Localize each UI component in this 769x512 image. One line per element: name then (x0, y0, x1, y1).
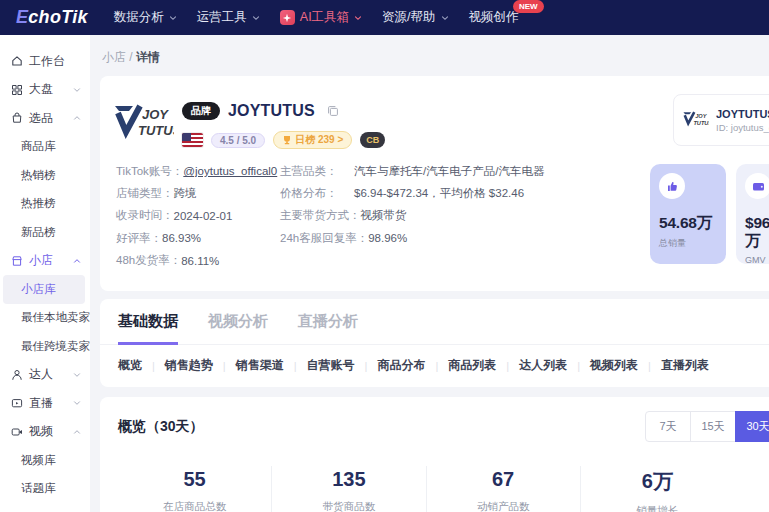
tiktok-account-link[interactable]: @joytutus_offical0 (183, 165, 277, 177)
subnav-sales-channel[interactable]: 销售渠道 (236, 357, 284, 374)
bag-icon (11, 112, 23, 124)
chevron-down-icon (169, 14, 177, 22)
field-label: 价格分布： (280, 186, 354, 201)
field-indexed-date: 收录时间： 2024-02-01 (116, 205, 280, 227)
subnav-product-list[interactable]: 商品列表 (448, 357, 496, 374)
logo-rest: choTik (28, 7, 87, 27)
field-value: 98.96% (368, 232, 407, 244)
sub-navigation: 概览| 销售趋势| 销售渠道| 自营账号| 商品分布| 商品列表| 达人列表| … (100, 345, 769, 387)
field-label: 店铺类型： (116, 186, 174, 201)
daily-rank-badge[interactable]: 日榜 239 > (273, 131, 352, 149)
field-shop-type: 店铺类型： 跨境 (116, 182, 280, 204)
nav-operation-tools[interactable]: 运营工具 (197, 9, 260, 26)
range-7d-button[interactable]: 7天 (645, 411, 691, 442)
svg-text:TUTUS: TUTUS (693, 120, 709, 126)
nav-video-creation[interactable]: 视频创作 NEW (469, 9, 519, 26)
chevron-up-icon (73, 257, 81, 265)
sidebar-label: 小店 (29, 252, 53, 269)
subnav-overview[interactable]: 概览 (118, 357, 142, 374)
copy-icon[interactable] (327, 105, 339, 117)
person-icon (11, 369, 23, 381)
field-value: 2024-02-01 (174, 210, 233, 222)
field-main-category: 主营品类： 汽车与摩托车/汽车电子产品/汽车电器 (280, 160, 640, 182)
sidebar-item-best-crossborder-sellers[interactable]: 最佳跨境卖家 (3, 332, 85, 361)
sidebar-item-workbench[interactable]: 工作台 (0, 47, 90, 76)
sidebar-label: 视频 (29, 423, 53, 440)
field-value: $6.94-$472.34，平均价格 $32.46 (354, 186, 524, 201)
sidebar-item-shop[interactable]: 小店 (0, 247, 90, 276)
tab-basic-data[interactable]: 基础数据 (118, 312, 178, 345)
sidebar: 工作台 大盘 选品 商品库 热销榜 热推榜 新品榜 小店 小店库 最佳本地卖家 … (0, 35, 90, 512)
stat-active-products: 67 动销产品数 (427, 466, 581, 512)
echotik-logo[interactable]: EchoTik (16, 7, 88, 28)
subnav-creator-list[interactable]: 达人列表 (519, 357, 567, 374)
trophy-icon (282, 135, 292, 145)
ai-sparkle-icon (280, 10, 295, 25)
sidebar-item-hot-sale-rank[interactable]: 热销榜 (3, 161, 85, 190)
nav-resources-help[interactable]: 资源/帮助 (382, 9, 448, 26)
top-navbar: EchoTik 数据分析 运营工具 AI工具箱 资源/帮助 视频创作 NEW (0, 0, 769, 35)
gmv-card: $962.万 GMV (736, 164, 769, 264)
sidebar-item-shop-library[interactable]: 小店库 (3, 275, 85, 304)
sidebar-item-hot-promo-rank[interactable]: 热推榜 (3, 190, 85, 219)
field-value: 86.93% (162, 232, 201, 244)
sidebar-item-video[interactable]: 视频 (0, 418, 90, 447)
gmv-value: $962.万 (745, 214, 769, 250)
nav-data-analysis[interactable]: 数据分析 (114, 9, 177, 26)
tab-live-analysis[interactable]: 直播分析 (298, 312, 358, 345)
sidebar-item-dashboard[interactable]: 大盘 (0, 76, 90, 105)
field-24h-reply-rate: 24h客服回复率： 98.96% (280, 227, 640, 249)
chevron-down-icon (73, 371, 81, 379)
chevron-down-icon (73, 399, 81, 407)
sidebar-item-topic-library[interactable]: 话题库 (3, 475, 85, 504)
shop-mini-card[interactable]: JOY TUTUS JOYTUTUS ID: joytutus_offi (673, 94, 769, 146)
field-label: 好评率： (116, 231, 162, 246)
daily-rank-label: 日榜 239 > (295, 133, 343, 147)
subnav-video-list[interactable]: 视频列表 (590, 357, 638, 374)
subnav-live-list[interactable]: 直播列表 (661, 357, 709, 374)
sidebar-item-product-selection[interactable]: 选品 (0, 104, 90, 133)
sidebar-item-best-local-sellers[interactable]: 最佳本地卖家 (3, 304, 85, 333)
chevron-up-icon (73, 114, 81, 122)
field-tiktok-account: TikTok账号： @joytutus_offical0 (116, 160, 280, 182)
stat-promoted-products: 135 带货商品数 (272, 466, 426, 512)
overview-card: 概览（30天） 7天 15天 30天 55 在店商品总数 135 带货商品数 6… (100, 397, 769, 512)
range-30d-button[interactable]: 30天 (735, 411, 769, 442)
stat-value: 6万 (581, 468, 734, 495)
sidebar-item-new-product-rank[interactable]: 新品榜 (3, 218, 85, 247)
sidebar-item-video-library[interactable]: 视频库 (3, 446, 85, 475)
nav-video-creation-label: 视频创作 (469, 9, 519, 26)
store-name: JOYTUTUS (228, 102, 315, 120)
brand-badge: 品牌 (182, 102, 220, 120)
sidebar-label: 工作台 (29, 53, 65, 70)
subnav-sales-trend[interactable]: 销售趋势 (165, 357, 213, 374)
tab-video-analysis[interactable]: 视频分析 (208, 312, 268, 345)
field-label: 主要带货方式： (280, 208, 361, 223)
analysis-tabs-card: 基础数据 视频分析 直播分析 概览| 销售趋势| 销售渠道| 自营账号| 商品分… (100, 299, 769, 387)
nav-data-analysis-label: 数据分析 (114, 9, 164, 26)
field-value: 86.11% (181, 255, 219, 267)
sidebar-item-creators[interactable]: 达人 (0, 361, 90, 390)
nav-ai-toolbox[interactable]: AI工具箱 (280, 9, 362, 26)
thumbs-up-icon (666, 180, 679, 193)
sidebar-item-product-library[interactable]: 商品库 (3, 133, 85, 162)
stat-sales-growth: 6万 销量增长 (581, 466, 734, 512)
subnav-own-accounts[interactable]: 自营账号 (307, 357, 355, 374)
nav-operation-tools-label: 运营工具 (197, 9, 247, 26)
field-value: 汽车与摩托车/汽车电子产品/汽车电器 (354, 164, 544, 179)
field-label: 24h客服回复率： (280, 231, 368, 246)
tab-bar: 基础数据 视频分析 直播分析 (100, 299, 769, 345)
breadcrumb-detail: 详情 (136, 50, 160, 64)
subnav-product-distribution[interactable]: 商品分布 (377, 357, 425, 374)
chevron-down-icon (73, 86, 81, 94)
sidebar-label: 达人 (29, 366, 53, 383)
divider: | (506, 360, 509, 372)
sidebar-item-live[interactable]: 直播 (0, 389, 90, 418)
chevron-up-icon (73, 428, 81, 436)
store-info-card: JOY TUTUS 品牌 JOYTUTUS 4.5 / 5.0 日榜 239 >… (100, 76, 769, 291)
stat-label: 在店商品总数 (118, 500, 271, 512)
field-value: 视频带货 (361, 208, 407, 223)
total-sales-label: 总销量 (659, 237, 717, 250)
range-15d-button[interactable]: 15天 (690, 411, 736, 442)
breadcrumb-shop[interactable]: 小店 (102, 50, 126, 64)
